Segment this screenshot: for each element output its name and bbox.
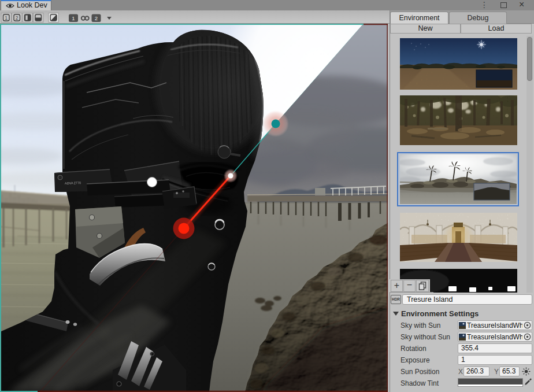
svg-text:1: 1 <box>72 15 75 21</box>
svg-text:1: 1 <box>5 15 8 21</box>
svg-text:ADVA 2770: ADVA 2770 <box>65 181 81 185</box>
svg-text:2: 2 <box>95 15 98 21</box>
svg-text:2: 2 <box>16 15 18 21</box>
